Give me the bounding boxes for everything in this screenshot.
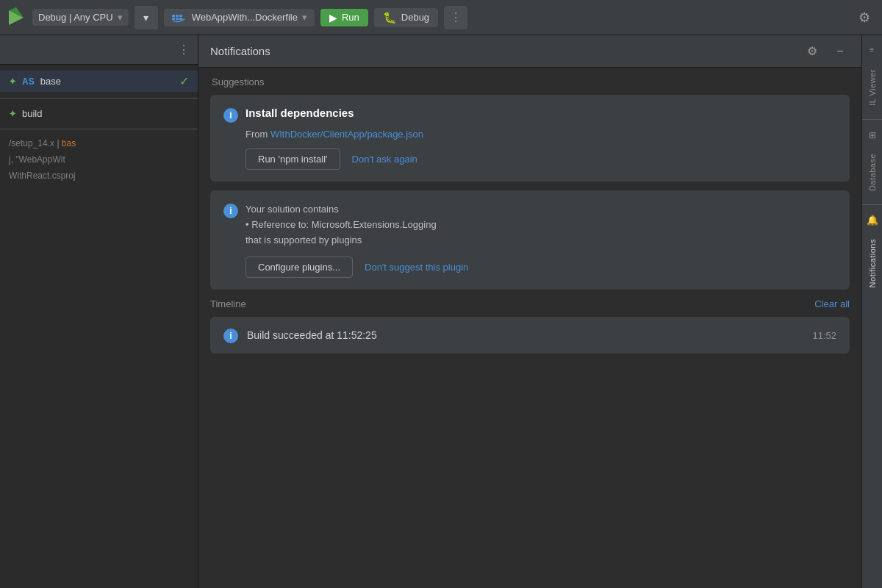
left-panel-content: ✦ AS base ✓ ✦ build /setup_14.x | bas j,… (0, 65, 198, 588)
left-item-as-label: AS (22, 76, 35, 87)
settings-icon: ⚙ (858, 10, 870, 26)
docker-icon (171, 12, 187, 24)
run-label: Run (342, 12, 359, 23)
notifications-bell-icon[interactable]: 🔔 (864, 212, 881, 229)
timeline-item-time: 11:52 (812, 330, 836, 341)
timeline-label: Timeline (210, 298, 246, 309)
dont-suggest-plugin-button[interactable]: Don't suggest this plugin (365, 262, 468, 273)
project-label: WebAppWith...Dockerfile (192, 12, 298, 23)
timeline-build-success: i Build succeeded at 11:52:25 11:52 (210, 317, 850, 354)
database-label: Database (868, 154, 877, 191)
debug-config-selector[interactable]: Debug | Any CPU ▾ (32, 9, 129, 26)
solution-plugins-card: i Your solution contains • Reference to:… (210, 190, 850, 290)
debug-button[interactable]: 🐛 Debug (374, 8, 438, 27)
install-deps-icon: i (223, 108, 238, 123)
sidebar-top-icon: ≡ (870, 46, 875, 54)
left-item-base[interactable]: ✦ AS base ✓ (0, 71, 198, 92)
toolbar-arrow-button[interactable]: ▾ (135, 6, 158, 29)
install-deps-body-prefix: From (245, 129, 270, 140)
solution-plugins-header: i Your solution contains • Reference to:… (223, 202, 836, 248)
arrow-down-icon: ▾ (143, 12, 148, 24)
svg-rect-7 (172, 18, 175, 20)
solution-plugins-icon: i (223, 204, 238, 218)
install-deps-header: i Install dependencies (223, 107, 836, 123)
install-deps-link[interactable]: WIthDocker/ClientApp/package.json (270, 129, 423, 140)
left-panel-header: ⋮ (0, 35, 198, 65)
dont-ask-again-button[interactable]: Don't ask again (352, 154, 417, 165)
main-area: ⋮ ✦ AS base ✓ ✦ build /setup_14.x | bas (0, 35, 882, 588)
solution-line2: • Reference to: Microsoft.Extensions.Log… (245, 218, 437, 233)
config-arrow-icon: ▾ (118, 12, 123, 23)
notifications-settings-button[interactable]: ⚙ (803, 42, 822, 61)
install-deps-title: Install dependencies (245, 107, 354, 119)
svg-rect-2 (172, 15, 175, 17)
run-button[interactable]: ▶ Run (320, 9, 368, 26)
right-sidebar-top-icon: ≡ (864, 41, 881, 57)
suggestions-label: Suggestions (210, 76, 850, 87)
notifications-header: Notifications ⚙ − (198, 35, 861, 68)
bug-icon: 🐛 (383, 11, 397, 24)
timeline-section-header: Timeline Clear all (210, 298, 850, 309)
svg-rect-3 (176, 15, 179, 17)
install-deps-actions: Run 'npm install' Don't ask again (223, 148, 836, 170)
project-selector[interactable]: WebAppWith...Dockerfile ▾ (164, 9, 315, 26)
left-bottom-path2: j, "WebAppWit (0, 151, 198, 168)
timeline-item-text: Build succeeded at 11:52:25 (247, 329, 803, 341)
notifications-panel: Notifications ⚙ − Suggestions i Install … (198, 35, 861, 588)
notifications-tab-label: Notifications (868, 239, 877, 287)
sidebar-tab-notifications[interactable]: Notifications (865, 232, 880, 295)
debug-label: Debug (401, 12, 429, 23)
run-npm-install-button[interactable]: Run 'npm install' (245, 148, 340, 170)
solution-plugins-body: Your solution contains • Reference to: M… (245, 202, 437, 248)
clear-all-button[interactable]: Clear all (814, 298, 850, 309)
svg-rect-4 (179, 15, 182, 17)
debug-config-label: Debug | Any CPU (38, 12, 113, 23)
right-sidebar: ≡ IL Viewer ⊞ Database 🔔 Notifications (861, 35, 882, 588)
left-item-build-label: build (22, 108, 42, 119)
solution-plugins-actions: Configure plugins... Don't suggest this … (223, 257, 836, 278)
notif-settings-icon: ⚙ (807, 44, 817, 58)
notifications-minimize-button[interactable]: − (831, 42, 850, 61)
left-item-base-label: base (40, 76, 61, 87)
base-check-icon: ✓ (179, 74, 189, 88)
toolbar-more-button[interactable]: ⋮ (444, 6, 467, 29)
solution-line3: that is supported by plugins (245, 233, 437, 248)
notif-minimize-icon: − (836, 45, 843, 58)
rider-build-icon: ✦ (9, 109, 16, 119)
path-text2: j, "WebAppWit (9, 154, 65, 165)
rider-small-icon: ✦ (9, 76, 16, 87)
svg-rect-5 (176, 18, 179, 20)
notifications-body: Suggestions i Install dependencies From … (198, 68, 861, 588)
left-panel: ⋮ ✦ AS base ✓ ✦ build /setup_14.x | bas (0, 35, 198, 588)
right-sidebar-group: ⊞ Database (862, 119, 882, 198)
configure-plugins-button[interactable]: Configure plugins... (245, 257, 353, 278)
rider-logo-icon (6, 7, 26, 28)
solution-line1: Your solution contains (245, 202, 437, 218)
db-stack-icon: ⊞ (869, 130, 876, 140)
install-deps-card: i Install dependencies From WIthDocker/C… (210, 95, 850, 182)
install-deps-body: From WIthDocker/ClientApp/package.json (223, 129, 836, 140)
notifications-title: Notifications (210, 45, 794, 57)
path-text: /setup_14.x (9, 138, 54, 148)
left-bottom-path3: WithReact.csproj (0, 168, 198, 184)
left-separator-2 (0, 129, 198, 129)
path-text3: WithReact.csproj (9, 171, 76, 181)
database-icon[interactable]: ⊞ (864, 127, 881, 143)
right-sidebar-notif-group: 🔔 Notifications (862, 204, 882, 295)
left-bottom-path: /setup_14.x | bas (0, 135, 198, 151)
main-toolbar: Debug | Any CPU ▾ ▾ WebAppWith...Dockerf… (0, 0, 882, 35)
il-viewer-label: IL Viewer (868, 69, 877, 106)
left-separator (0, 98, 198, 98)
left-panel-more-icon[interactable]: ⋮ (178, 43, 190, 57)
sidebar-tab-il-viewer[interactable]: IL Viewer (865, 62, 880, 113)
project-arrow-icon: ▾ (302, 12, 307, 23)
sidebar-tab-database[interactable]: Database (865, 146, 880, 198)
svg-rect-6 (179, 18, 182, 20)
toolbar-settings-button[interactable]: ⚙ (853, 6, 876, 29)
run-play-icon: ▶ (329, 12, 337, 24)
path-highlight: bas (62, 138, 76, 148)
more-dots-icon: ⋮ (450, 10, 462, 24)
bell-icon: 🔔 (867, 215, 878, 226)
left-item-build[interactable]: ✦ build (0, 104, 198, 123)
timeline-item-icon: i (223, 329, 238, 343)
